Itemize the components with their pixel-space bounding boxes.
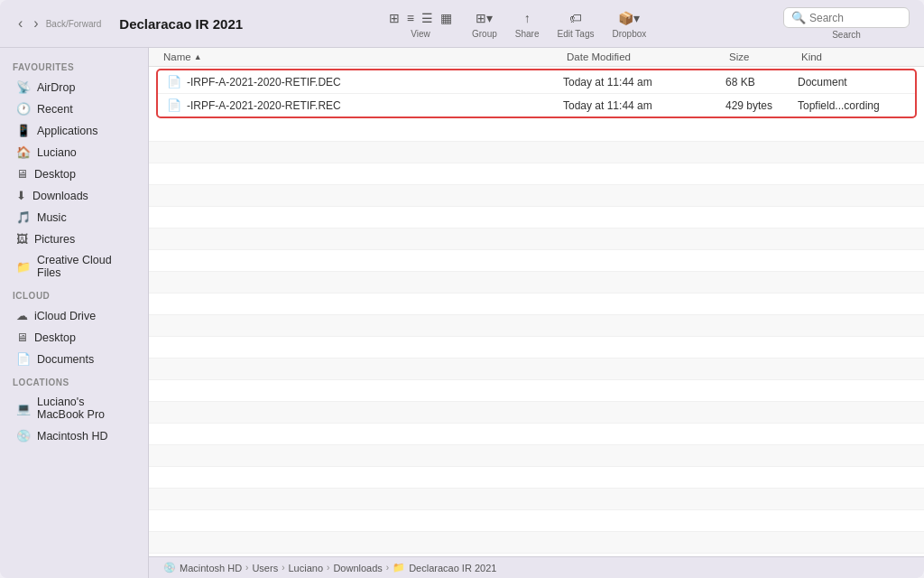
table-row xyxy=(149,250,924,272)
table-row xyxy=(149,228,924,250)
view-icons: ⊞ ≡ ☰ ▦ xyxy=(387,9,454,27)
applications-icon: 📱 xyxy=(16,124,31,137)
file-kind: Topfield...cording xyxy=(798,99,906,112)
main-area: Favourites 📡 AirDrop 🕐 Recent 📱 Applicat… xyxy=(0,48,924,578)
group-button[interactable]: ⊞▾ xyxy=(474,9,494,27)
breadcrumb-item-downloads[interactable]: Downloads xyxy=(333,563,382,573)
sidebar-item-macbook-pro[interactable]: 💻 Luciano's MacBook Pro xyxy=(4,392,144,424)
sidebar-item-applications[interactable]: 📱 Applications xyxy=(4,120,144,141)
table-row xyxy=(149,489,924,510)
sidebar-item-label: Recent xyxy=(37,103,73,116)
breadcrumb-arrow-icon: › xyxy=(386,563,389,573)
kind-header[interactable]: Kind xyxy=(801,51,910,62)
table-row[interactable]: 📄 -IRPF-A-2021-2020-RETIF.DEC Today at 1… xyxy=(158,70,915,94)
folder-breadcrumb-icon: 📁 xyxy=(393,562,405,573)
name-header[interactable]: Name ▲ xyxy=(163,51,567,62)
documents-icon: 📄 xyxy=(16,352,31,366)
sidebar-item-downloads[interactable]: ⬇ Downloads xyxy=(4,185,144,206)
sidebar-item-airdrop[interactable]: 📡 AirDrop xyxy=(4,77,144,98)
sidebar-item-music[interactable]: 🎵 Music xyxy=(4,207,144,228)
table-row xyxy=(149,424,924,445)
table-row xyxy=(149,510,924,532)
sidebar-item-label: AirDrop xyxy=(37,81,75,94)
breadcrumb-arrow-icon: › xyxy=(282,563,284,573)
group-label: Group xyxy=(472,29,497,39)
finder-window: ‹ › Back/Forward Declaracao IR 2021 ⊞ ≡ … xyxy=(0,0,924,578)
sidebar-item-label: Downloads xyxy=(32,190,88,202)
sidebar-item-label: Music xyxy=(37,211,67,224)
table-row xyxy=(149,532,924,554)
breadcrumb: 💿 Macintosh HD › Users › Luciano › Downl… xyxy=(163,562,496,573)
column-headers: Name ▲ Date Modified Size Kind xyxy=(149,48,924,67)
edit-tags-label: Edit Tags xyxy=(558,29,595,39)
icon-view-button[interactable]: ⊞ xyxy=(387,9,402,27)
breadcrumb-label: Downloads xyxy=(333,563,382,573)
table-row xyxy=(149,142,924,163)
search-input[interactable] xyxy=(809,12,901,24)
share-button[interactable]: ↑ xyxy=(522,9,532,27)
macintosh-hd-icon: 💿 xyxy=(16,429,31,443)
share-group: ↑ Share xyxy=(515,9,540,39)
date-header[interactable]: Date Modified xyxy=(567,51,729,62)
view-label: View xyxy=(411,29,430,39)
file-icon: 📄 xyxy=(167,75,181,89)
back-forward-label: Back/Forward xyxy=(46,19,102,29)
sidebar-item-pictures[interactable]: 🖼 Pictures xyxy=(4,228,144,249)
downloads-icon: ⬇ xyxy=(16,189,26,202)
file-kind: Document xyxy=(798,76,906,89)
back-button[interactable]: ‹ xyxy=(14,14,26,33)
sidebar-item-luciano[interactable]: 🏠 Luciano xyxy=(4,142,144,163)
sidebar-item-icloud-desktop[interactable]: 🖥 Desktop xyxy=(4,327,144,348)
table-row[interactable]: 📄 -IRPF-A-2021-2020-RETIF.REC Today at 1… xyxy=(158,94,915,117)
table-row xyxy=(149,185,924,207)
breadcrumb-label: Users xyxy=(252,563,278,573)
icloud-drive-icon: ☁ xyxy=(16,309,28,322)
forward-button[interactable]: › xyxy=(30,14,42,33)
music-icon: 🎵 xyxy=(16,210,31,224)
sidebar-item-documents[interactable]: 📄 Documents xyxy=(4,349,144,369)
sidebar-item-icloud-drive[interactable]: ☁ iCloud Drive xyxy=(4,305,144,326)
breadcrumb-label: Declaracao IR 2021 xyxy=(409,563,496,573)
file-name-cell: 📄 -IRPF-A-2021-2020-RETIF.REC xyxy=(167,98,563,112)
table-row xyxy=(149,207,924,228)
column-view-button[interactable]: ☰ xyxy=(420,9,435,27)
sidebar-item-label: Applications xyxy=(37,125,97,137)
file-name-cell: 📄 -IRPF-A-2021-2020-RETIF.DEC xyxy=(167,75,563,89)
sidebar-item-creative-cloud[interactable]: 📁 Creative Cloud Files xyxy=(4,250,144,283)
sidebar-item-desktop[interactable]: 🖥 Desktop xyxy=(4,163,144,184)
search-box[interactable]: 🔍 xyxy=(783,7,910,28)
favourites-section-label: Favourites xyxy=(0,55,148,76)
desktop-icon: 🖥 xyxy=(16,167,28,181)
breadcrumb-item-users[interactable]: Users xyxy=(252,563,278,573)
airdrop-icon: 📡 xyxy=(16,80,31,94)
gallery-view-button[interactable]: ▦ xyxy=(439,9,454,27)
sidebar-item-label: Desktop xyxy=(34,331,76,344)
share-label: Share xyxy=(515,29,540,39)
file-date: Today at 11:44 am xyxy=(563,76,725,89)
breadcrumb-arrow-icon: › xyxy=(327,563,329,573)
window-title: Declaracao IR 2021 xyxy=(119,16,243,32)
pictures-icon: 🖼 xyxy=(16,232,28,246)
sidebar-item-recent[interactable]: 🕐 Recent xyxy=(4,98,144,119)
sidebar: Favourites 📡 AirDrop 🕐 Recent 📱 Applicat… xyxy=(0,48,149,578)
dropbox-button[interactable]: 📦▾ xyxy=(616,9,642,27)
size-header-label: Size xyxy=(729,51,749,62)
file-size: 68 KB xyxy=(725,76,798,89)
sidebar-item-label: Desktop xyxy=(34,168,76,181)
size-header[interactable]: Size xyxy=(729,51,801,62)
table-row xyxy=(149,359,924,380)
recent-icon: 🕐 xyxy=(16,102,31,116)
table-row xyxy=(149,294,924,315)
breadcrumb-item-declaracao[interactable]: 📁 Declaracao IR 2021 xyxy=(393,562,496,573)
search-icon: 🔍 xyxy=(791,11,806,24)
dropbox-group: 📦▾ Dropbox xyxy=(612,9,646,39)
icloud-section-label: iCloud xyxy=(0,284,148,304)
sidebar-item-macintosh-hd[interactable]: 💿 Macintosh HD xyxy=(4,425,144,446)
edit-tags-button[interactable]: 🏷 xyxy=(568,9,584,27)
breadcrumb-item-luciano[interactable]: Luciano xyxy=(289,563,324,573)
search-group: 🔍 Search xyxy=(783,7,910,40)
edit-tags-group: 🏷 Edit Tags xyxy=(558,9,595,39)
list-view-button[interactable]: ≡ xyxy=(405,9,416,27)
breadcrumb-arrow-icon: › xyxy=(245,563,248,573)
breadcrumb-item-macintosh[interactable]: 💿 Macintosh HD xyxy=(163,562,242,573)
